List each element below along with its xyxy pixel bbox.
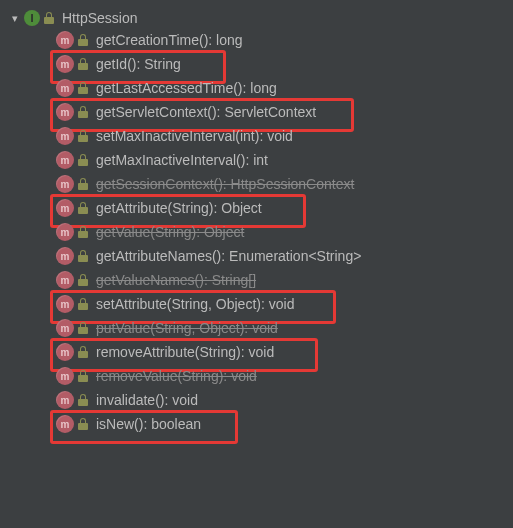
method-icon: m xyxy=(56,31,74,49)
method-label: getId(): String xyxy=(96,56,181,72)
method-row[interactable]: minvalidate(): void xyxy=(56,388,513,412)
method-label: getAttributeNames(): Enumeration<String> xyxy=(96,248,361,264)
method-label: getLastAccessedTime(): long xyxy=(96,80,277,96)
method-label: setAttribute(String, Object): void xyxy=(96,296,294,312)
method-icon: m xyxy=(56,151,74,169)
method-row[interactable]: mgetCreationTime(): long xyxy=(56,28,513,52)
lock-icon xyxy=(78,58,88,70)
chevron-down-icon[interactable]: ▾ xyxy=(8,12,22,25)
lock-icon xyxy=(78,322,88,334)
method-icon: m xyxy=(56,247,74,265)
method-label: isNew(): boolean xyxy=(96,416,201,432)
method-label: getCreationTime(): long xyxy=(96,32,243,48)
lock-icon xyxy=(78,346,88,358)
lock-icon xyxy=(78,202,88,214)
lock-icon xyxy=(78,226,88,238)
lock-icon xyxy=(78,154,88,166)
method-label: getMaxInactiveInterval(): int xyxy=(96,152,268,168)
lock-icon xyxy=(78,34,88,46)
method-label: removeAttribute(String): void xyxy=(96,344,274,360)
method-icon: m xyxy=(56,223,74,241)
method-row[interactable]: mgetId(): String xyxy=(56,52,513,76)
lock-icon xyxy=(78,370,88,382)
method-row[interactable]: mgetAttribute(String): Object xyxy=(56,196,513,220)
method-label: getAttribute(String): Object xyxy=(96,200,262,216)
method-icon: m xyxy=(56,295,74,313)
method-label: removeValue(String): void xyxy=(96,368,257,384)
method-label: getServletContext(): ServletContext xyxy=(96,104,316,120)
lock-icon xyxy=(78,418,88,430)
method-row[interactable]: mgetLastAccessedTime(): long xyxy=(56,76,513,100)
method-icon: m xyxy=(56,103,74,121)
method-row[interactable]: mgetValueNames(): String[] xyxy=(56,268,513,292)
method-row[interactable]: msetAttribute(String, Object): void xyxy=(56,292,513,316)
method-icon: m xyxy=(56,199,74,217)
method-row[interactable]: mremoveAttribute(String): void xyxy=(56,340,513,364)
method-icon: m xyxy=(56,79,74,97)
method-icon: m xyxy=(56,175,74,193)
lock-icon xyxy=(78,130,88,142)
method-icon: m xyxy=(56,415,74,433)
method-icon: m xyxy=(56,391,74,409)
method-label: getValue(String): Object xyxy=(96,224,244,240)
lock-icon xyxy=(78,274,88,286)
method-row[interactable]: mremoveValue(String): void xyxy=(56,364,513,388)
method-row[interactable]: mgetMaxInactiveInterval(): int xyxy=(56,148,513,172)
method-label: invalidate(): void xyxy=(96,392,198,408)
method-row[interactable]: mgetAttributeNames(): Enumeration<String… xyxy=(56,244,513,268)
lock-icon xyxy=(44,12,54,24)
method-icon: m xyxy=(56,319,74,337)
method-row[interactable]: mgetSessionContext(): HttpSessionContext xyxy=(56,172,513,196)
root-label: HttpSession xyxy=(62,10,137,26)
method-list: mgetCreationTime(): longmgetId(): String… xyxy=(8,28,513,436)
tree-root-row[interactable]: ▾ I HttpSession xyxy=(8,8,513,28)
method-icon: m xyxy=(56,343,74,361)
structure-tree: ▾ I HttpSession mgetCreationTime(): long… xyxy=(0,0,513,436)
lock-icon xyxy=(78,106,88,118)
method-label: setMaxInactiveInterval(int): void xyxy=(96,128,293,144)
method-icon: m xyxy=(56,127,74,145)
method-row[interactable]: mgetValue(String): Object xyxy=(56,220,513,244)
method-row[interactable]: misNew(): boolean xyxy=(56,412,513,436)
method-row[interactable]: mgetServletContext(): ServletContext xyxy=(56,100,513,124)
method-icon: m xyxy=(56,271,74,289)
method-icon: m xyxy=(56,55,74,73)
method-icon: m xyxy=(56,367,74,385)
method-label: putValue(String, Object): void xyxy=(96,320,278,336)
interface-icon: I xyxy=(24,10,40,26)
lock-icon xyxy=(78,298,88,310)
lock-icon xyxy=(78,82,88,94)
method-row[interactable]: msetMaxInactiveInterval(int): void xyxy=(56,124,513,148)
lock-icon xyxy=(78,250,88,262)
lock-icon xyxy=(78,178,88,190)
method-row[interactable]: mputValue(String, Object): void xyxy=(56,316,513,340)
method-label: getValueNames(): String[] xyxy=(96,272,256,288)
method-label: getSessionContext(): HttpSessionContext xyxy=(96,176,354,192)
lock-icon xyxy=(78,394,88,406)
